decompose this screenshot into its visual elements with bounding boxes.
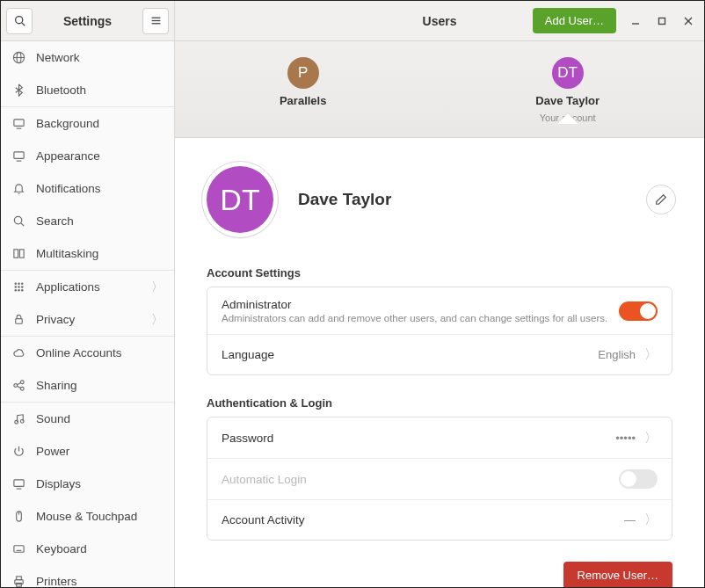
users-strip: PParallelsDTDave TaylorYour account — [175, 41, 704, 138]
titlebar: Users Add User… — [175, 1, 704, 41]
content-area: Users Add User… PParallelsDTDave TaylorY… — [175, 1, 704, 587]
language-row[interactable]: Language English 〉 — [207, 334, 672, 374]
profile-name: Dave Taylor — [298, 190, 627, 209]
sidebar-item-label: Sharing — [36, 379, 164, 392]
sidebar-item-label: Background — [36, 117, 164, 130]
account-activity-row[interactable]: Account Activity — 〉 — [207, 499, 672, 540]
svg-point-28 — [20, 381, 24, 384]
svg-point-0 — [15, 17, 22, 24]
bluetooth-icon — [11, 83, 25, 98]
sidebar-item-label: Printers — [36, 575, 164, 587]
svg-point-21 — [18, 286, 19, 287]
user-chip-dave-taylor[interactable]: DTDave TaylorYour account — [535, 57, 600, 123]
share-icon — [11, 379, 25, 393]
sidebar-item-label: Search — [36, 214, 164, 228]
sidebar-item-appearance[interactable]: Appearance — [1, 140, 174, 172]
svg-point-20 — [14, 286, 16, 287]
remove-user-button[interactable]: Remove User… — [563, 562, 672, 587]
cloud-icon — [11, 346, 25, 360]
administrator-desc: Administrators can add and remove other … — [222, 313, 619, 323]
sidebar-item-keyboard[interactable]: Keyboard — [1, 533, 174, 565]
avatar-large[interactable]: DT — [201, 161, 279, 238]
sidebar-title: Settings — [38, 14, 137, 28]
display-icon — [11, 477, 25, 491]
sidebar-item-notifications[interactable]: Notifications — [1, 172, 174, 205]
auth-card: Password ••••• 〉 Automatic Login Account… — [207, 417, 672, 541]
sidebar-item-online-accounts[interactable]: Online Accounts — [1, 337, 174, 369]
sidebar-item-multitasking[interactable]: Multitasking — [1, 237, 174, 270]
chevron-right-icon: 〉 — [644, 346, 658, 363]
close-icon — [684, 17, 693, 25]
chevron-right-icon: 〉 — [644, 512, 658, 528]
administrator-label: Administrator — [222, 298, 619, 311]
minimize-button[interactable] — [629, 14, 643, 28]
search-icon — [11, 214, 25, 229]
svg-point-24 — [18, 289, 19, 291]
sidebar-item-label: Notifications — [36, 182, 164, 195]
sidebar-item-label: Privacy — [36, 313, 141, 326]
account-activity-value: — — [624, 513, 636, 526]
auth-heading: Authentication & Login — [207, 396, 672, 410]
avatar-icon: DT — [552, 57, 584, 89]
sidebar-item-printers[interactable]: Printers — [1, 565, 174, 587]
user-chip-name: Parallels — [280, 94, 327, 107]
sidebar-item-label: Applications — [36, 280, 141, 294]
svg-rect-8 — [13, 120, 23, 127]
sidebar-item-applications[interactable]: Applications〉 — [1, 271, 174, 303]
sidebar-item-label: Displays — [36, 477, 164, 490]
svg-line-1 — [21, 23, 24, 25]
power-icon — [11, 445, 25, 459]
sidebar-item-bluetooth[interactable]: Bluetooth — [1, 74, 174, 106]
pencil-icon — [655, 193, 667, 206]
lock-icon — [11, 313, 25, 327]
sidebar-item-search[interactable]: Search — [1, 205, 174, 237]
sidebar-item-background[interactable]: Background — [1, 107, 174, 140]
svg-point-29 — [20, 387, 24, 390]
sidebar-item-displays[interactable]: Displays — [1, 468, 174, 500]
sidebar-item-privacy[interactable]: Privacy〉 — [1, 303, 174, 336]
user-chip-parallels[interactable]: PParallels — [280, 57, 327, 107]
display-icon — [11, 117, 25, 131]
language-label: Language — [222, 348, 598, 361]
settings-window: Settings NetworkBluetoothBackgroundAppea… — [0, 0, 705, 588]
password-row[interactable]: Password ••••• 〉 — [207, 417, 672, 458]
printer-icon — [11, 575, 25, 588]
chevron-right-icon: 〉 — [644, 430, 658, 446]
password-label: Password — [222, 432, 615, 445]
account-settings-card: Administrator Administrators can add and… — [207, 287, 672, 375]
automatic-login-row: Automatic Login — [207, 458, 672, 499]
automatic-login-label: Automatic Login — [222, 473, 619, 486]
svg-point-19 — [21, 283, 23, 285]
maximize-icon — [658, 17, 666, 25]
hamburger-menu-button[interactable] — [142, 8, 169, 34]
maximize-button[interactable] — [655, 14, 669, 28]
svg-point-18 — [18, 283, 19, 285]
chevron-right-icon: 〉 — [151, 279, 164, 295]
sidebar-item-mouse-touchpad[interactable]: Mouse & Touchpad — [1, 500, 174, 533]
sidebar-item-sound[interactable]: Sound — [1, 403, 174, 435]
svg-rect-10 — [13, 152, 23, 159]
globe-icon — [11, 51, 25, 65]
profile-row: DT Dave Taylor — [201, 161, 672, 238]
add-user-button[interactable]: Add User… — [533, 8, 616, 33]
search-button[interactable] — [6, 8, 33, 34]
sidebar: Settings NetworkBluetoothBackgroundAppea… — [1, 1, 175, 587]
administrator-toggle[interactable] — [619, 301, 658, 321]
svg-rect-16 — [19, 250, 24, 258]
svg-rect-38 — [13, 546, 23, 553]
account-settings-heading: Account Settings — [207, 266, 672, 279]
svg-point-25 — [21, 289, 23, 291]
close-button[interactable] — [681, 14, 695, 28]
sidebar-item-sharing[interactable]: Sharing — [1, 369, 174, 402]
sidebar-list: NetworkBluetoothBackgroundAppearanceNoti… — [1, 41, 174, 587]
sidebar-item-power[interactable]: Power — [1, 435, 174, 468]
sidebar-item-label: Mouse & Touchpad — [36, 510, 164, 523]
mouse-icon — [11, 510, 25, 524]
sidebar-item-network[interactable]: Network — [1, 41, 174, 74]
edit-name-button[interactable] — [646, 185, 676, 214]
avatar-icon: P — [287, 57, 319, 89]
bell-icon — [11, 182, 25, 196]
display-icon — [11, 149, 25, 163]
sidebar-item-label: Appearance — [36, 149, 164, 163]
automatic-login-toggle — [619, 469, 658, 489]
